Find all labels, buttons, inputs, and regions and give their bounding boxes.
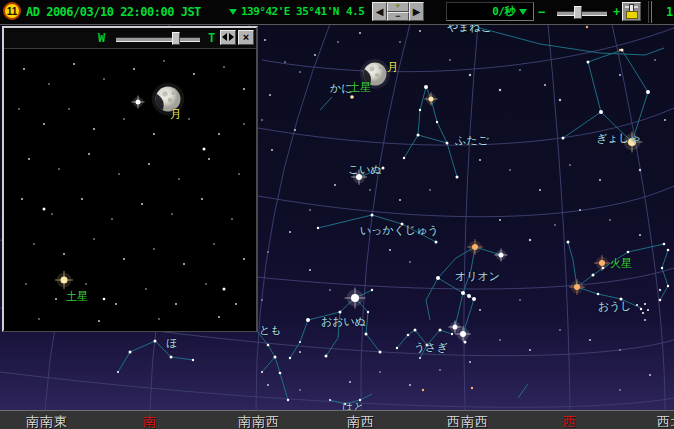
star <box>317 227 319 229</box>
time-rate-value: 0/秒 <box>492 4 515 19</box>
star <box>509 169 511 171</box>
constellation-line <box>262 357 275 372</box>
grid-line <box>258 108 674 145</box>
star <box>472 244 478 250</box>
star <box>472 297 476 301</box>
star <box>661 267 663 269</box>
star <box>429 189 431 191</box>
star <box>269 94 271 96</box>
datetime-dropdown-icon[interactable] <box>229 9 237 15</box>
star <box>63 253 65 255</box>
star <box>449 59 451 61</box>
star <box>299 71 301 73</box>
star <box>396 347 398 349</box>
star <box>153 248 155 250</box>
star <box>81 198 83 200</box>
star <box>299 389 301 391</box>
star <box>439 329 442 332</box>
constellation-line <box>418 135 447 143</box>
star <box>407 334 410 337</box>
star <box>306 318 310 322</box>
star <box>175 303 177 305</box>
star <box>646 90 650 94</box>
time-stepper: ◀ + − ▶ <box>372 2 424 21</box>
star <box>115 303 117 305</box>
star <box>337 41 339 43</box>
star <box>334 184 336 186</box>
resize-icon <box>222 32 234 43</box>
step-forward-button[interactable]: ▶ <box>409 2 424 21</box>
constellation-line <box>355 298 380 352</box>
star <box>628 138 636 146</box>
star <box>243 88 245 90</box>
star <box>519 299 521 301</box>
datetime-display: AD 2006/03/10 22:00:00 JST <box>26 5 201 19</box>
star <box>599 179 601 181</box>
star <box>51 213 53 215</box>
zoom-window-content[interactable]: 月土星 <box>4 49 256 331</box>
star <box>544 84 546 86</box>
star <box>562 137 565 140</box>
star <box>85 283 87 285</box>
star <box>193 73 195 75</box>
star <box>267 384 269 386</box>
zoom-slider-handle[interactable] <box>172 32 180 45</box>
star <box>479 159 481 161</box>
star <box>28 158 30 160</box>
star <box>359 399 361 401</box>
star <box>294 129 296 131</box>
constellation-line <box>518 384 528 398</box>
star <box>205 283 207 285</box>
star <box>647 309 649 311</box>
moon-crater <box>168 98 173 103</box>
time-rate-dropdown[interactable]: 0/秒 <box>446 2 534 21</box>
app-icon[interactable]: 11 <box>3 2 21 20</box>
star <box>627 251 630 254</box>
star <box>279 372 282 375</box>
star <box>460 331 466 337</box>
grid-line <box>612 24 665 410</box>
moon-shadow <box>348 68 371 91</box>
star <box>636 304 638 306</box>
star <box>371 289 373 291</box>
star <box>243 258 245 260</box>
close-window-button[interactable]: × <box>238 30 254 45</box>
planetarium-app: やまねこかに土星月ふたごぎょしゃこいぬいっかくじゅうオリオン火星おうしおおいぬう… <box>0 0 674 429</box>
star <box>439 369 441 371</box>
star <box>88 153 90 155</box>
compass-label: 南南西 <box>238 413 280 429</box>
resize-window-button[interactable] <box>220 30 236 45</box>
constellation-line <box>660 250 668 300</box>
star <box>436 121 438 123</box>
star <box>93 238 95 240</box>
step-back-button[interactable]: ◀ <box>372 2 387 21</box>
moon-crater <box>375 73 379 77</box>
zoom-sky-chart <box>4 49 256 331</box>
toolbar-tool-button[interactable] <box>622 2 641 21</box>
star <box>619 389 621 391</box>
star <box>218 316 220 318</box>
magnitude-display: 4.5 <box>346 5 364 18</box>
star <box>103 78 105 80</box>
star <box>401 223 404 226</box>
star <box>238 173 240 175</box>
star <box>619 349 621 351</box>
star <box>309 269 311 271</box>
star <box>642 312 644 314</box>
speed-plus-label[interactable]: + <box>613 5 620 19</box>
star <box>129 351 132 354</box>
location-display: 139°42'E 35°41'N <box>241 5 339 18</box>
speed-minus-label[interactable]: − <box>538 5 545 19</box>
star <box>663 243 666 246</box>
time-speed-slider-handle[interactable] <box>574 6 582 19</box>
constellation-line <box>568 242 577 287</box>
zoom-slider[interactable] <box>116 37 200 42</box>
star <box>48 83 50 85</box>
step-minus-button[interactable]: − <box>387 12 409 22</box>
star <box>218 133 220 135</box>
zoom-window-titlebar[interactable]: W T × <box>4 28 256 49</box>
star <box>422 389 424 391</box>
time-speed-slider[interactable] <box>557 11 607 16</box>
star <box>409 384 411 386</box>
star <box>43 123 45 125</box>
